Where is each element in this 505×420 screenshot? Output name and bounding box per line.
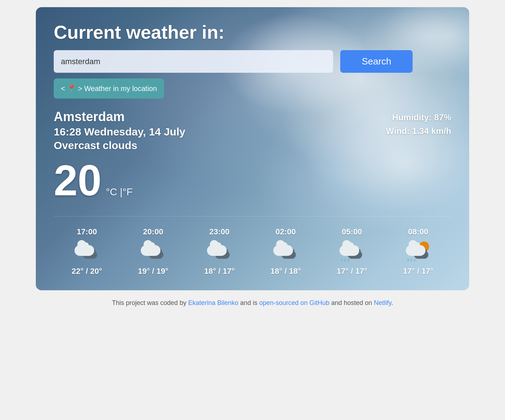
hourly-item-3: 02:00 18° / 18° xyxy=(252,227,319,276)
hour-temp-0: 22° / 20° xyxy=(72,267,102,276)
hourly-item-0: 17:00 22° / 20° xyxy=(54,227,120,276)
hour-temp-2: 18° / 17° xyxy=(204,267,235,276)
footer-text-1: This project was coded by xyxy=(112,299,188,306)
hourly-forecast: 17:00 22° / 20°20:00 19° / 19°23:00 18° … xyxy=(54,216,451,276)
hour-label-3: 02:00 xyxy=(275,227,295,237)
temperature-unit: °C |°F xyxy=(106,186,133,198)
hour-temp-3: 18° / 18° xyxy=(270,267,301,276)
hour-temp-5: 17° / 17° xyxy=(403,267,433,276)
weather-icon-2 xyxy=(205,241,234,262)
temperature-row: 20 °C |°F xyxy=(54,159,451,202)
weather-info: Amsterdam 16:28 Wednesday, 14 July Overc… xyxy=(54,109,451,152)
footer-text-2: and is xyxy=(239,299,259,306)
weather-icon-4 xyxy=(338,241,366,262)
location-button[interactable]: < 📍 > Weather in my location xyxy=(54,78,164,99)
hourly-item-4: 05:00 17° / 17° xyxy=(319,227,385,276)
weather-icon-3 xyxy=(271,241,300,262)
footer: This project was coded by Ekaterina Bile… xyxy=(36,290,469,310)
footer-text-3: and hosted on xyxy=(330,299,374,306)
footer-link-ekaterina[interactable]: Ekaterina Bilenko xyxy=(188,299,239,306)
hourly-item-2: 23:00 18° / 17° xyxy=(186,227,252,276)
footer-text-4: . xyxy=(391,299,393,306)
weather-icon-5 xyxy=(404,241,433,262)
search-row: Search xyxy=(54,50,451,73)
search-input[interactable] xyxy=(54,50,333,73)
hour-temp-1: 19° / 19° xyxy=(138,267,168,276)
hour-label-4: 05:00 xyxy=(342,227,362,237)
humidity-label: Humidity: 87% xyxy=(386,111,451,124)
search-button[interactable]: Search xyxy=(340,50,413,73)
hourly-item-5: 08:00 17° / 17° xyxy=(385,227,451,276)
weather-icon-1 xyxy=(139,241,168,262)
weather-card: Current weather in: Search < 📍 > Weather… xyxy=(36,7,469,290)
hour-label-5: 08:00 xyxy=(408,227,428,237)
page-title: Current weather in: xyxy=(54,22,451,43)
footer-link-netlify[interactable]: Netlify xyxy=(374,299,391,306)
footer-link-github[interactable]: open-sourced on GitHub xyxy=(259,299,330,306)
weather-icon-0 xyxy=(73,241,101,262)
wind-label: Wind: 1.34 km/h xyxy=(386,124,451,138)
temperature-value: 20 xyxy=(54,159,101,202)
hour-label-0: 17:00 xyxy=(77,227,97,237)
weather-left: Amsterdam 16:28 Wednesday, 14 July Overc… xyxy=(54,109,185,152)
weather-app: Current weather in: Search < 📍 > Weather… xyxy=(36,0,469,318)
hour-label-1: 20:00 xyxy=(143,227,163,237)
hourly-item-1: 20:00 19° / 19° xyxy=(120,227,186,276)
datetime: 16:28 Wednesday, 14 July xyxy=(54,126,185,138)
hour-temp-4: 17° / 17° xyxy=(337,267,367,276)
hour-label-2: 23:00 xyxy=(209,227,229,237)
weather-right: Humidity: 87% Wind: 1.34 km/h xyxy=(386,109,451,138)
city-name: Amsterdam xyxy=(54,109,185,124)
weather-description: Overcast clouds xyxy=(54,139,185,152)
